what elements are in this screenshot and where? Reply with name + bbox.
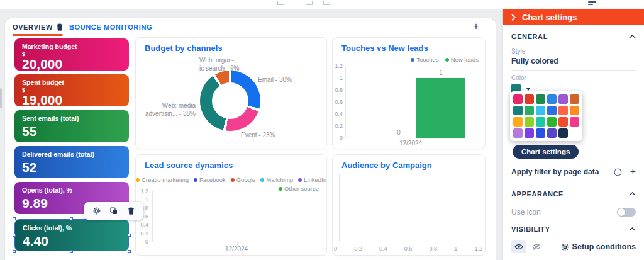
bar-value-label: 1	[416, 69, 465, 76]
palette-swatch[interactable]	[558, 128, 568, 138]
color-label: Color	[511, 74, 530, 81]
palette-swatch[interactable]	[525, 106, 534, 115]
widget-delete-icon[interactable]	[128, 207, 135, 215]
selection-handle[interactable]	[13, 250, 16, 253]
legend-item: Touches	[411, 56, 438, 63]
chart-budget-by-channels[interactable]: Budget by channels Web: organ- ic search…	[135, 37, 327, 149]
palette-swatch[interactable]	[570, 117, 579, 127]
collapse-panel-icon[interactable]	[511, 14, 516, 21]
kpi-card-clicks[interactable]: Clicks (total), % 4.40	[14, 219, 129, 251]
toolbar-icon-fragment[interactable]	[306, 1, 313, 5]
palette-swatch[interactable]	[536, 117, 545, 127]
selection-handle[interactable]	[13, 234, 16, 237]
audience-plot	[339, 174, 479, 242]
visible-option-button[interactable]	[511, 240, 526, 253]
kpi-label: Delivered emails (total)	[22, 150, 121, 158]
color-palette-popup	[510, 91, 582, 141]
palette-swatch[interactable]	[547, 117, 557, 127]
palette-swatch[interactable]	[570, 94, 579, 104]
palette-swatch[interactable]	[547, 128, 557, 138]
section-visibility[interactable]: VISIBILITY	[511, 225, 636, 233]
selection-handle[interactable]	[128, 234, 131, 237]
add-tab-button[interactable]: +	[473, 20, 479, 33]
toolbar-icon-fragment[interactable]	[323, 1, 330, 5]
kpi-label: Sent emails (total)	[22, 115, 121, 122]
palette-swatch[interactable]	[525, 94, 534, 104]
chevron-up-icon[interactable]	[629, 227, 636, 232]
palette-swatch[interactable]	[536, 94, 545, 104]
kpi-card-sent-emails[interactable]: Sent emails (total) 55	[14, 110, 129, 142]
chevron-up-icon[interactable]	[629, 34, 636, 39]
chart-settings-button[interactable]: Chart settings	[513, 145, 579, 159]
info-icon[interactable]	[614, 168, 622, 176]
donut-hole	[212, 82, 248, 119]
chart-lead-source-dynamics[interactable]: Lead source dynamics Creatio marketingFa…	[135, 154, 327, 256]
widget-settings-icon[interactable]	[93, 207, 101, 215]
selection-handle[interactable]	[70, 217, 73, 220]
palette-swatch[interactable]	[570, 106, 579, 115]
scrollbar-fragment[interactable]	[0, 88, 2, 108]
new-leads-bar[interactable]	[416, 78, 465, 138]
palette-swatch[interactable]	[513, 128, 523, 138]
kpi-label: Opens (total), %	[22, 186, 121, 194]
section-general[interactable]: GENERAL	[511, 33, 636, 40]
panel-header: Chart settings	[503, 9, 644, 25]
palette-swatch[interactable]	[558, 117, 568, 127]
legend-item: LinkedIn	[298, 176, 326, 183]
kpi-card-marketing-budget[interactable]: Marketing budget $ 20,000	[14, 38, 129, 71]
palette-swatch[interactable]	[547, 106, 557, 115]
kpi-value: 4.40	[23, 234, 121, 248]
kpi-value: 20,000	[22, 57, 121, 71]
palette-swatch[interactable]	[513, 94, 523, 104]
top-toolbar-strip	[0, 0, 644, 9]
chart-touches-vs-new-leads[interactable]: Touches vs New leads TouchesNew leads 1.…	[332, 37, 486, 149]
kpi-card-spent-budget[interactable]: Spent budget $ 19,000	[14, 74, 129, 106]
use-icon-toggle[interactable]	[617, 208, 636, 217]
kpi-label: Marketing budget	[22, 43, 121, 50]
x-axis-label: 12/2024	[345, 140, 476, 147]
color-field: Color	[511, 74, 530, 93]
add-filter-button[interactable]: +	[630, 169, 636, 175]
tab-overview[interactable]: OVERVIEW	[13, 23, 63, 31]
palette-swatch[interactable]	[525, 128, 534, 138]
page-canvas: OVERVIEW BOUNCE MONITORING + Marketing b…	[5, 18, 496, 260]
use-icon-row: Use icon	[511, 208, 636, 217]
toolbar-icon-fragment[interactable]	[277, 1, 284, 5]
legend-item: Google	[231, 176, 256, 183]
selection-handle[interactable]	[70, 250, 73, 253]
widget-copy-icon[interactable]	[110, 207, 118, 215]
kpi-value: 55	[22, 125, 121, 138]
chart-title: Budget by channels	[145, 43, 223, 53]
palette-swatch[interactable]	[525, 117, 534, 127]
palette-swatch[interactable]	[513, 106, 523, 115]
delete-tab-icon[interactable]	[57, 23, 63, 31]
setup-conditions-button[interactable]: Setup conditions	[561, 242, 636, 251]
selection-handle[interactable]	[128, 250, 131, 253]
chevron-down-icon[interactable]	[526, 88, 530, 91]
display-settings-icon[interactable]	[588, 1, 596, 5]
hidden-option-button[interactable]	[532, 243, 541, 251]
leads-plot	[152, 191, 321, 242]
palette-swatch[interactable]	[558, 106, 568, 115]
widget-toolbar	[84, 202, 143, 220]
section-appearance[interactable]: APPEARANCE	[511, 190, 636, 198]
tab-overview-label: OVERVIEW	[13, 23, 53, 31]
selection-handle[interactable]	[13, 217, 16, 220]
palette-swatch[interactable]	[536, 106, 545, 115]
palette-swatch[interactable]	[513, 117, 523, 127]
chevron-up-icon[interactable]	[629, 191, 636, 196]
kpi-card-delivered-emails[interactable]: Delivered emails (total) 52	[14, 146, 129, 178]
x-axis-tick	[237, 242, 238, 245]
chart-title: Lead source dynamics	[145, 161, 233, 170]
touches-value-label: 0	[391, 129, 406, 136]
style-field[interactable]: Style Fully colored	[511, 48, 636, 71]
chart-audience-by-campaign[interactable]: Audience by Campaign 00.20.40.60.811.2	[332, 154, 486, 256]
chart-legend: TouchesNew leads	[411, 56, 479, 63]
app-window: OVERVIEW BOUNCE MONITORING + Marketing b…	[0, 0, 644, 260]
palette-swatch[interactable]	[558, 94, 568, 104]
palette-swatch[interactable]	[547, 94, 557, 104]
palette-swatch[interactable]	[536, 128, 545, 138]
use-icon-label: Use icon	[511, 208, 541, 217]
tab-bounce-monitoring[interactable]: BOUNCE MONITORING	[69, 23, 152, 31]
kpi-value: 52	[22, 161, 121, 174]
